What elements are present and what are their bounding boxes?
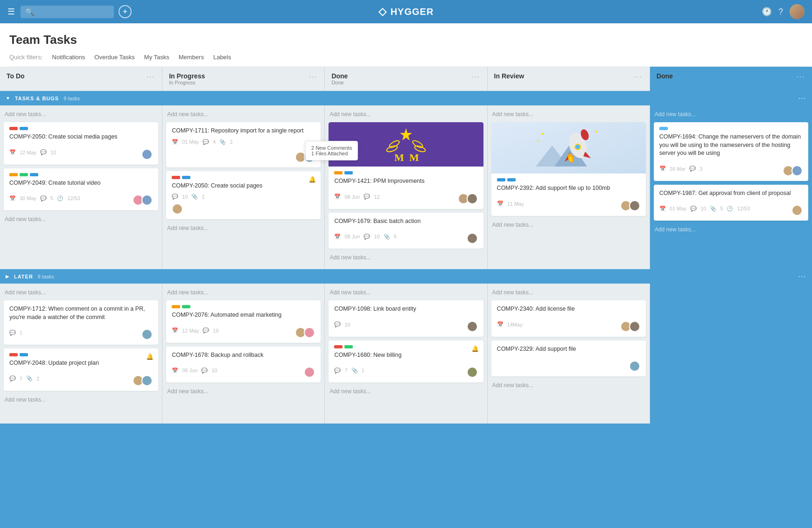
swimlane-tasks-bugs: ▼ TASKS & BUGS 9 tasks ⋯ (0, 91, 812, 105)
filter-my-tasks[interactable]: My Tasks (144, 54, 169, 61)
add-task-bottom-swimlane1-done[interactable]: Add new tasks... (329, 252, 483, 263)
add-task-swimlane2-done[interactable]: Add new tasks... (329, 287, 483, 298)
col-menu-done[interactable]: ⋯ (471, 72, 481, 81)
tag-blue (20, 127, 28, 130)
comment-icon: 💬 (9, 375, 16, 382)
card-compy-1711[interactable]: COMPY-1711: Repository import for a sing… (166, 122, 321, 167)
tag-orange (172, 305, 180, 308)
card-comments: 10 (182, 194, 188, 200)
card-compy-1712[interactable]: COMPY-1712: When comment on a commit in … (4, 300, 158, 345)
add-task-swimlane1-inreview[interactable]: Add new tasks... (491, 109, 646, 119)
filter-members[interactable]: Members (179, 54, 204, 61)
card-compy-1421[interactable]: M M COMPY-1421: PPM Improvements 📅 08 Ju… (329, 122, 483, 209)
col-header-inreview: In Review ⋯ (488, 67, 650, 91)
cell-swimlane2-done: Add new tasks... COMPY-1098: Link board … (325, 284, 487, 424)
card-tags (659, 127, 803, 130)
column-headers-row: To Do ⋯ In Progress In Progress ⋯ Done D… (0, 67, 812, 91)
comment-icon: 💬 (334, 321, 341, 327)
card-meta: 📅 08 Jun 💬 10 📎 5 (334, 234, 396, 240)
add-task-bottom-swimlane2-inprog[interactable]: Add new tasks... (166, 386, 321, 396)
card-compy-2340[interactable]: COMPY-2340: Add license file 📅 14May (491, 300, 646, 337)
card-compy-2329[interactable]: COMPY-2329: Add support file (491, 340, 646, 377)
card-compy-1679[interactable]: COMPY-1679: Basic batch action 📅 08 Jun … (329, 213, 483, 249)
add-task-swimlane2-todo[interactable]: Add new tasks... (4, 287, 158, 298)
add-task-bottom-swimlane1-inreview[interactable]: Add new tasks... (491, 220, 646, 230)
hamburger-menu-icon[interactable]: ☰ (7, 7, 15, 17)
cell-swimlane1-done: Add new tasks... M (325, 105, 487, 269)
help-icon[interactable]: ? (778, 7, 783, 17)
card-meta: 📅 08 Jun 💬 10 (172, 368, 217, 374)
svg-point-10 (595, 131, 597, 132)
card-title: COMPY-1098: Link board entity (334, 305, 477, 313)
svg-point-9 (542, 133, 544, 135)
col-header-title-group: To Do (7, 72, 25, 80)
card-compy-2076[interactable]: COMPY-2076: Automated email marketing 📅 … (166, 300, 321, 343)
card-date: 30 May (20, 195, 36, 201)
swimlane-menu-later[interactable]: ⋯ (798, 272, 806, 281)
history-icon[interactable]: 🕐 (762, 7, 772, 17)
add-task-swimlane1-done2[interactable]: Add new tasks... (654, 109, 808, 119)
swimlane-count-later: 8 tasks (38, 274, 54, 279)
clock-icon: 🕐 (57, 195, 63, 201)
alert-bell-icon: 🔔 (308, 176, 316, 183)
popup-line1: 2 New Comments (311, 145, 352, 151)
add-task-bottom-swimlane1-todo[interactable]: Add new tasks... (4, 214, 158, 224)
card-compy-1678[interactable]: COMPY-1678: Backup and rollback 📅 08 Jun… (166, 347, 321, 383)
cell-swimlane1-done2: Add new tasks... COMPY-1694: Change the … (650, 105, 812, 269)
swimlane-toggle-later[interactable]: ▶ (6, 274, 9, 279)
user-avatar[interactable] (790, 4, 805, 19)
add-button[interactable]: + (119, 5, 132, 18)
card-footer: 📅 12 May 💬 10 (9, 145, 153, 160)
comment-icon: 💬 (334, 368, 341, 374)
card-compy-2048[interactable]: 🔔 COMPY-2048: Update project plan 💬 7 📎 … (4, 348, 158, 391)
card-comments: 10 (344, 322, 350, 327)
card-date: 01 May (670, 206, 686, 211)
col-menu-inreview[interactable]: ⋯ (634, 72, 643, 81)
card-avatars (467, 367, 478, 378)
swimlane-toggle-tasks-bugs[interactable]: ▼ (6, 96, 10, 101)
card-compy-2050-todo[interactable]: COMPY-2050: Create social media pages 📅 … (4, 122, 158, 165)
col-menu-done2[interactable]: ⋯ (796, 72, 805, 81)
col-subtitle-inprogress: In Progress (169, 80, 205, 85)
add-task-bottom-swimlane1-inprog[interactable]: Add new tasks... (166, 223, 321, 233)
add-task-swimlane1-done[interactable]: Add new tasks... (329, 109, 483, 119)
card-avatars (629, 361, 640, 372)
card-tags (9, 173, 153, 176)
add-task-swimlane1-inprog[interactable]: Add new tasks... (166, 109, 321, 119)
card-title: COMPY-1679: Basic batch action (334, 217, 477, 226)
card-compy-2050-inprog[interactable]: 🔔 COMPY-2050: Create social pages 💬 10 📎… (166, 171, 321, 220)
card-comments: 7 (20, 376, 22, 382)
card-compy-1098[interactable]: COMPY-1098: Link board entity 💬 10 (329, 300, 483, 337)
add-task-swimlane2-inreview[interactable]: Add new tasks... (491, 287, 646, 298)
filter-overdue-tasks[interactable]: Overdue Tasks (94, 54, 134, 61)
filter-labels[interactable]: Labels (213, 54, 231, 61)
add-task-bottom-swimlane1-done2[interactable]: Add new tasks... (654, 224, 808, 235)
add-task-bottom-swimlane2-todo[interactable]: Add new tasks... (4, 395, 158, 405)
card-footer: 📅 26 Mar 💬 3 (659, 161, 803, 176)
card-avatars (133, 195, 153, 206)
add-task-swimlane1-todo[interactable]: Add new tasks... (4, 109, 158, 119)
card-comments: 10 (50, 150, 56, 155)
card-compy-1987[interactable]: COMPY-1987: Get approval from client of … (654, 185, 808, 221)
card-attach: 2 (36, 376, 39, 382)
calendar-icon: 📅 (172, 139, 178, 145)
card-compy-2049[interactable]: COMPY-2049: Create tutorial video 📅 30 M… (4, 168, 158, 211)
search-bar[interactable]: 🔍 (21, 6, 114, 18)
col-header-done: Done Done ⋯ (325, 67, 487, 91)
add-task-bottom-swimlane2-inreview[interactable]: Add new tasks... (491, 380, 646, 390)
card-comments: 3 (700, 166, 702, 172)
avatar (791, 165, 803, 176)
card-title: COMPY-2392: Add support file up to 100mb (497, 184, 640, 193)
filter-notifications[interactable]: Notifications (52, 54, 85, 61)
search-input[interactable] (37, 8, 109, 15)
alert-bell-icon: 🔔 (471, 345, 479, 352)
col-menu-todo[interactable]: ⋯ (146, 72, 155, 81)
swimlane-menu-tasks-bugs[interactable]: ⋯ (798, 94, 806, 103)
add-task-swimlane2-inprog[interactable]: Add new tasks... (166, 287, 321, 298)
add-task-bottom-swimlane2-done[interactable]: Add new tasks... (329, 386, 483, 396)
card-avatars (304, 367, 315, 378)
card-compy-2392[interactable]: COMPY-2392: Add support file up to 100mb… (491, 122, 646, 216)
card-compy-1694[interactable]: COMPY-1694: Change the nameservers of th… (654, 122, 808, 181)
card-compy-1680[interactable]: 🔔 COMPY-1680: New billing 💬 7 📎 1 (329, 340, 483, 383)
col-menu-inprogress[interactable]: ⋯ (308, 72, 318, 81)
